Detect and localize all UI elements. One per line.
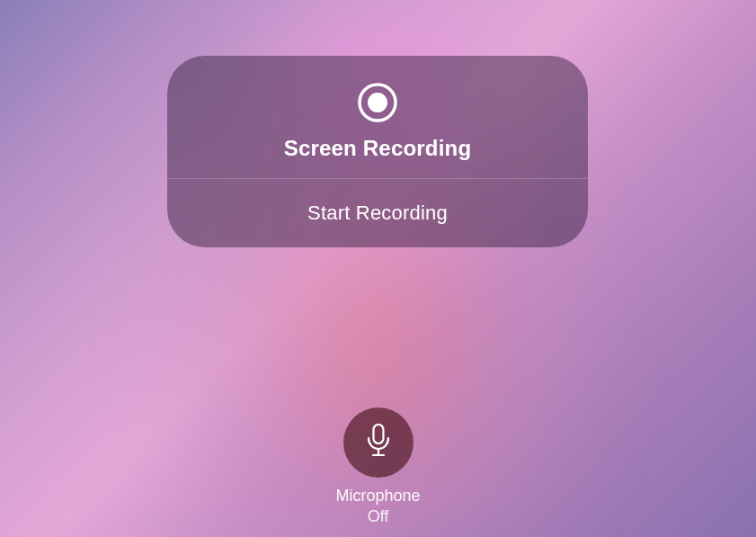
panel-header: Screen Recording [167, 56, 588, 178]
microphone-toggle-button[interactable] [343, 407, 414, 478]
microphone-label: Microphone [335, 487, 420, 506]
record-icon [357, 82, 398, 123]
svg-rect-2 [373, 425, 383, 443]
screen-recording-panel: Screen Recording Start Recording [167, 56, 588, 247]
svg-point-1 [368, 93, 387, 112]
microphone-status: Off [368, 507, 389, 526]
microphone-icon [365, 424, 392, 461]
start-recording-button[interactable]: Start Recording [167, 179, 588, 247]
microphone-group: Microphone Off [335, 407, 420, 526]
start-recording-label: Start Recording [307, 201, 448, 225]
microphone-labels: Microphone Off [335, 487, 420, 526]
screen-recording-title: Screen Recording [284, 136, 472, 161]
